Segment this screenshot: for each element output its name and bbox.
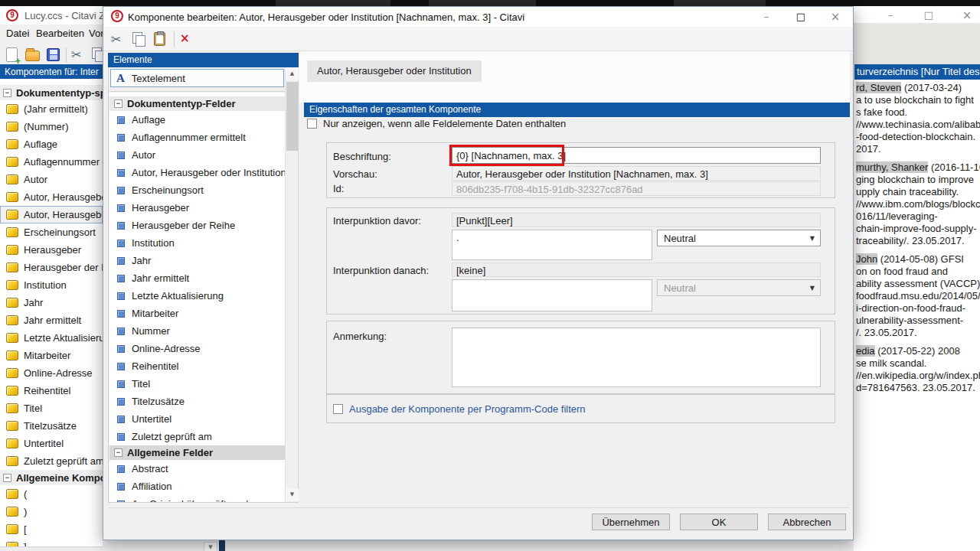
field-item[interactable]: Herausgeber [109, 199, 285, 217]
components-list-hscrollbar[interactable] [0, 546, 103, 551]
scroll-down-button[interactable]: ▼ [286, 488, 299, 501]
cut-icon[interactable]: ✂ [71, 47, 81, 62]
delete-icon[interactable]: × [180, 31, 190, 45]
component-item[interactable]: Reihentitel [0, 382, 103, 399]
field-item[interactable]: Erscheinungsort [109, 181, 285, 199]
field-item[interactable]: Herausgeber der Reihe [109, 217, 285, 234]
interp-davor-dropdown[interactable]: Neutral ▼ [657, 230, 821, 246]
component-item[interactable]: Autor, Herausgeber o [0, 206, 103, 223]
cut-icon[interactable]: ✂ [111, 32, 121, 47]
field-item[interactable]: Reihentitel [109, 357, 285, 375]
field-item[interactable]: Affiliation [109, 478, 285, 495]
show-only-checkbox[interactable] [307, 119, 317, 129]
component-item[interactable]: Jahr ermittelt [0, 311, 103, 329]
open-icon[interactable] [25, 51, 40, 61]
component-item[interactable]: Titel [0, 399, 103, 417]
component-item[interactable]: Jahr [0, 294, 103, 311]
minimize-button[interactable]: – [879, 8, 902, 22]
component-item[interactable]: Untertitel [0, 435, 103, 452]
dialog-close-button[interactable]: × [824, 10, 847, 24]
dialog-titlebar[interactable]: 9 Komponente bearbeiten: Autor, Herausge… [103, 7, 853, 27]
component-item[interactable]: Auflagennummer erm [0, 153, 103, 171]
collapse-icon[interactable]: − [114, 448, 122, 457]
component-item[interactable]: ) [0, 503, 103, 520]
component-item[interactable]: Erscheinungsort [0, 223, 103, 241]
component-item[interactable]: ( [0, 485, 103, 503]
collapse-icon[interactable]: − [3, 89, 11, 97]
field-item[interactable]: Online-Adresse [109, 340, 285, 357]
component-group-header[interactable]: −Allgemeine Kompon [0, 470, 103, 485]
citavi-logo-icon: 9 [111, 10, 123, 22]
field-item[interactable]: Letzte Aktualisierung [109, 287, 285, 305]
interp-davor-textarea[interactable]: . [452, 230, 652, 260]
component-item[interactable]: Autor, Herausgeber o [0, 188, 103, 206]
collapse-icon[interactable]: − [114, 99, 122, 108]
field-item[interactable]: Zuletzt geprüft am [109, 428, 285, 445]
field-item[interactable]: Jahr [109, 252, 285, 269]
field-item[interactable]: Institution [109, 234, 285, 252]
field-item[interactable]: Am Original überprüft von/am [109, 495, 285, 502]
component-item[interactable]: Autor [0, 171, 103, 188]
component-item[interactable]: Herausgeber der Reih [0, 259, 103, 276]
elements-scrollbar[interactable]: ▲ ▼ [285, 67, 298, 501]
field-item[interactable]: Autor [109, 146, 285, 164]
interp-danach-textarea[interactable] [452, 279, 652, 311]
menu-bearbeiten[interactable]: Bearbeiten [36, 28, 84, 39]
field-item[interactable]: Titel [109, 375, 285, 393]
field-item[interactable]: Auflage [109, 111, 285, 129]
filter-checkbox[interactable] [333, 404, 343, 414]
bibliography-entry-head: rd, Steven (2017-03-24) [856, 82, 980, 94]
panel-splitter[interactable] [219, 540, 225, 551]
component-item[interactable]: Institution [0, 276, 103, 294]
new-project-icon[interactable]: + [6, 47, 18, 62]
field-group-header[interactable]: −Allgemeine Felder [109, 445, 285, 460]
field-icon [117, 328, 125, 335]
field-group-header[interactable]: −Dokumententyp-Felder [109, 96, 285, 111]
field-item[interactable]: Abstract [109, 460, 285, 478]
component-item[interactable]: (Jahr ermittelt) [0, 100, 103, 118]
component-group-header[interactable]: −Dokumententyp-sp [0, 85, 103, 100]
component-item[interactable]: Titelzusätze [0, 417, 103, 435]
text-element-item[interactable]: A Textelement [110, 69, 284, 87]
component-item[interactable]: Online-Adresse [0, 364, 103, 382]
apply-button[interactable]: Übernehmen [592, 514, 670, 530]
menu-datei[interactable]: Datei [6, 28, 29, 39]
cancel-button[interactable]: Abbrechen [768, 514, 846, 530]
component-item[interactable]: Zuletzt geprüft am [0, 452, 103, 470]
field-icon [117, 134, 125, 142]
component-item[interactable]: Herausgeber [0, 241, 103, 259]
field-item[interactable]: Auflagennummer ermittelt [109, 129, 285, 146]
field-item[interactable]: Nummer [109, 322, 285, 340]
field-item[interactable]: Autor, Herausgeber oder Institution [109, 164, 285, 181]
scrollbar-thumb[interactable] [286, 82, 298, 151]
screen: 9 Lucy.ccs - Citavi Zit – □ × Datei Bear… [0, 0, 980, 551]
dialog-maximize-button[interactable]: □ [789, 10, 812, 24]
scroll-down-button[interactable]: ▼ [204, 542, 217, 551]
interp-davor-pattern[interactable]: [Punkt][Leer] [452, 213, 821, 227]
component-item[interactable]: [ [0, 520, 103, 538]
component-item[interactable]: (Nummer) [0, 118, 103, 135]
component-item[interactable]: Letzte Aktualisierung [0, 329, 103, 347]
maximize-button[interactable]: □ [917, 8, 940, 22]
dialog-minimize-button[interactable]: – [755, 10, 778, 24]
close-button[interactable]: × [956, 8, 978, 22]
field-item[interactable]: Untertitel [109, 410, 285, 428]
field-item[interactable]: Titelzusätze [109, 393, 285, 410]
collapse-icon[interactable]: − [3, 474, 11, 482]
component-chip[interactable]: Autor, Herausgeber oder Institution [307, 60, 482, 82]
separator [109, 91, 285, 92]
interp-danach-pattern[interactable]: [keine] [452, 262, 821, 277]
field-item[interactable]: Mitarbeiter [109, 305, 285, 322]
component-item[interactable]: Auflage [0, 135, 103, 153]
paste-icon[interactable] [154, 32, 165, 46]
component-icon [6, 439, 18, 448]
ok-button[interactable]: OK [680, 514, 758, 530]
save-icon[interactable] [47, 48, 60, 61]
anmerkung-textarea[interactable] [452, 328, 821, 387]
component-item[interactable]: Mitarbeiter [0, 347, 103, 364]
field-item[interactable]: Jahr ermittelt [109, 269, 285, 287]
scroll-up-button[interactable]: ▲ [286, 67, 299, 80]
interp-danach-dropdown[interactable]: Neutral ▼ [657, 279, 821, 296]
copy-icon[interactable] [132, 32, 145, 46]
field-item-label: Online-Adresse [132, 343, 201, 354]
